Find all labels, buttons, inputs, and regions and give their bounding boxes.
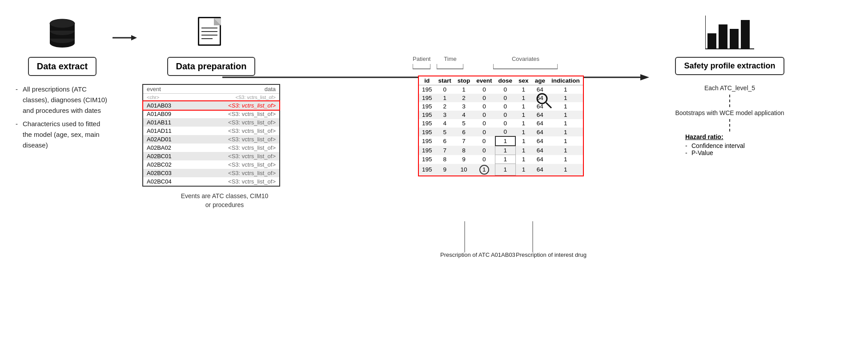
- main-data-cell: 2: [435, 102, 454, 111]
- main-header-cell: id: [419, 76, 435, 85]
- main-data-cell: 195: [419, 94, 435, 102]
- event-cell: A02AD01: [143, 135, 193, 144]
- main-data-cell: 0: [473, 136, 495, 146]
- main-data-cell: 4: [435, 119, 454, 128]
- event-cell: A02BC04: [143, 177, 193, 186]
- main-data-cell: 1: [515, 85, 532, 94]
- main-data-cell: 8: [454, 146, 474, 155]
- safety-step-2: Bootstraps with WCE model application: [675, 109, 784, 118]
- main-data-cell: 0: [473, 102, 495, 111]
- main-data-cell: 1: [515, 94, 532, 102]
- main-data-cell: 195: [419, 164, 435, 175]
- main-data-cell: 0: [435, 85, 454, 94]
- events-annotation: Events are ATC classes, CIM10 or procedu…: [180, 192, 269, 209]
- data-cell: <S3: vctrs_list_of>: [193, 135, 279, 144]
- main-data-cell: 1: [515, 155, 532, 164]
- main-data-cell: 195: [419, 128, 435, 136]
- main-data-cell: 0: [495, 119, 516, 128]
- magnify-icon: [536, 92, 553, 113]
- event-cell: A02BC02: [143, 160, 193, 169]
- event-cell: A01AB09: [143, 110, 193, 118]
- data-cell: <S3: vctrs_list_of>: [193, 144, 279, 152]
- svg-rect-40: [707, 33, 716, 49]
- svg-rect-41: [719, 24, 727, 49]
- main-data-cell: 1: [548, 128, 583, 136]
- svg-marker-26: [640, 74, 649, 80]
- event-data-table: event data <chr> <S3: vctrs_list_of> A01…: [142, 84, 280, 187]
- safety-label: Safety profile extraction: [675, 57, 784, 75]
- data-cell: <S3: vctrs_list_of>: [193, 177, 279, 186]
- main-data-cell: 4: [454, 111, 474, 119]
- safety-hazard-section: Hazard ratio: Confidence interval P-Valu…: [685, 133, 774, 156]
- svg-rect-42: [730, 29, 739, 49]
- main-data-cell: 5: [435, 128, 454, 136]
- patient-label: Patient: [413, 56, 430, 62]
- main-data-cell: 1: [495, 164, 516, 175]
- main-data-table: idstartstopeventdosesexageindication 195…: [418, 76, 584, 176]
- document-icon: [191, 13, 231, 53]
- main-header-cell: start: [435, 76, 454, 85]
- data-cell: <S3: vctrs_list_of>: [193, 110, 279, 118]
- dashed-arrow-1: [729, 95, 730, 107]
- main-data-cell: 7: [454, 136, 474, 146]
- main-data-cell: 1: [515, 119, 532, 128]
- col-data-prep: Data preparation event data <chr> <S3: v…: [138, 13, 285, 209]
- main-data-cell: 0: [495, 102, 516, 111]
- main-header-cell: indication: [548, 76, 583, 85]
- main-data-cell: 195: [419, 146, 435, 155]
- event-cell: A02BA02: [143, 144, 193, 152]
- main-header-cell: stop: [454, 76, 474, 85]
- main-data-cell: 9: [454, 155, 474, 164]
- main-data-cell: 0: [473, 146, 495, 155]
- main-data-cell: 0: [473, 119, 495, 128]
- arrow-1: [111, 33, 138, 42]
- diagram-container: Data extract All prescriptions (ATC clas…: [0, 0, 868, 343]
- annotation-prescription-drug: Prescription of interest drug: [516, 251, 587, 259]
- main-data-cell: 1: [548, 164, 583, 175]
- main-data-cell: 1: [495, 155, 516, 164]
- main-data-cell: 3: [454, 102, 474, 111]
- main-header-cell: dose: [495, 76, 516, 85]
- event-cell: A01AB11: [143, 118, 193, 127]
- main-data-cell: 1: [435, 94, 454, 102]
- main-data-cell: 0: [473, 155, 495, 164]
- data-cell: <S3: vctrs_list_of>: [193, 160, 279, 169]
- brackets-row: Patient Time: [413, 56, 558, 69]
- bullet-1: All prescriptions (ATC classes), diagnos…: [16, 84, 109, 116]
- safety-bullet-1: Confidence interval: [685, 142, 774, 149]
- main-data-cell: 1: [515, 136, 532, 146]
- safety-bullet-2: P-Value: [685, 149, 774, 156]
- annotation-prescription-atc: Prescription of ATC A01AB03: [440, 251, 515, 259]
- main-data-cell: 1: [515, 102, 532, 111]
- main-data-cell: 195: [419, 102, 435, 111]
- covariates-label: Covariates: [512, 56, 539, 62]
- bullet-2: Characterics used to fitted the model (a…: [16, 119, 109, 151]
- data-cell: <S3: vctrs_list_of>: [193, 101, 279, 110]
- col-safety: Safety profile extraction Each ATC_level…: [605, 13, 855, 156]
- main-data-cell: 1: [548, 102, 583, 111]
- main-data-cell: 8: [435, 155, 454, 164]
- main-data-cell: 7: [435, 146, 454, 155]
- main-data-cell: 0: [495, 85, 516, 94]
- main-data-cell: 64: [532, 155, 548, 164]
- main-data-cell: 64: [532, 128, 548, 136]
- main-data-cell: 1: [454, 85, 474, 94]
- svg-rect-43: [741, 20, 750, 49]
- main-data-cell: 3: [435, 111, 454, 119]
- dashed-arrow-2: [729, 119, 730, 132]
- main-data-cell: 1: [515, 111, 532, 119]
- event-cell: A02BC03: [143, 169, 193, 177]
- svg-line-37: [546, 103, 551, 108]
- col-event-header: event: [143, 85, 193, 94]
- main-data-cell: 9: [435, 164, 454, 175]
- main-data-cell: 1: [548, 111, 583, 119]
- main-header-cell: event: [473, 76, 495, 85]
- main-data-cell: 195: [419, 85, 435, 94]
- main-data-cell: 0: [495, 111, 516, 119]
- svg-point-36: [537, 94, 547, 104]
- data-cell: <S3: vctrs_list_of>: [193, 127, 279, 135]
- main-data-cell: 64: [532, 136, 548, 146]
- main-data-cell: 1: [548, 85, 583, 94]
- col-event-type: <chr>: [143, 94, 193, 101]
- safety-step-3: Hazard ratio:: [685, 133, 774, 140]
